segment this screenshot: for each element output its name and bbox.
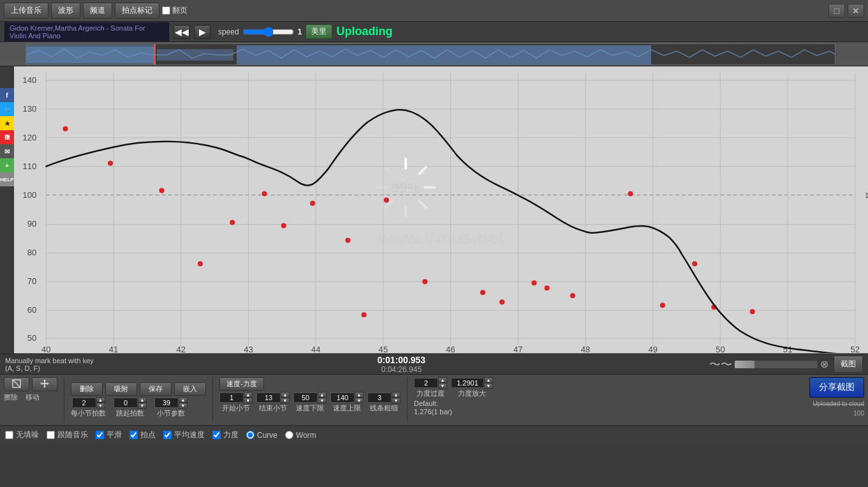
close-button[interactable]: ✕ [848, 4, 864, 18]
progress-bar-mini[interactable] [735, 361, 818, 368]
start-bar-spinner[interactable]: ▲ ▼ [244, 392, 253, 403]
speed-upper-input[interactable]: 140 [330, 393, 355, 403]
svg-text:120: 120 [22, 133, 36, 142]
beat-thresh-input[interactable]: 0 [114, 398, 138, 408]
follow-music-checkbox[interactable] [47, 431, 55, 439]
beat-point-option[interactable]: 拍点 [129, 430, 156, 440]
avg-speed-checkbox[interactable] [163, 431, 172, 439]
avg-speed-option[interactable]: 平均速度 [163, 430, 205, 440]
beat-thresh-down[interactable]: ▼ [138, 403, 147, 408]
beat-thresh-label: 跳起拍数 [116, 408, 144, 418]
video-button[interactable]: 频道 [83, 3, 112, 19]
screenshot-button[interactable]: 截图 [834, 356, 863, 373]
force-checkbox[interactable] [212, 431, 221, 439]
worm-option[interactable]: Worm [285, 431, 316, 440]
svg-point-51 [63, 126, 68, 131]
beat-point-checkbox[interactable] [129, 431, 138, 439]
end-bar-spinner[interactable]: ▲ ▼ [281, 392, 290, 403]
force-mag-up[interactable]: ▲ [484, 377, 493, 383]
mail-icon[interactable]: ✉ [0, 144, 14, 158]
bar-param-spinner[interactable]: ▲ ▼ [179, 397, 188, 408]
beat-mark-button[interactable]: 拍点标记 [115, 3, 159, 19]
bar-param-control: 39 ▲ ▼ 小节参数 [154, 397, 188, 418]
start-bar-input[interactable]: 1 [219, 393, 244, 403]
bar-param-up[interactable]: ▲ [179, 397, 188, 403]
facebook-icon[interactable]: f [0, 88, 14, 102]
min-beats-input[interactable]: 2 [72, 398, 96, 408]
waveform-button[interactable]: 波形 [51, 3, 80, 19]
force-mag-input[interactable]: 1.2901 [451, 378, 484, 388]
save-button[interactable]: 保存 [140, 382, 172, 396]
waveform-inner[interactable] [26, 43, 835, 65]
end-bar-down[interactable]: ▼ [281, 398, 290, 403]
force-mag-down[interactable]: ▼ [484, 383, 493, 389]
maximize-button[interactable]: □ [828, 4, 845, 18]
upload-music-button[interactable]: 上传音乐 [4, 3, 48, 19]
weibo-icon[interactable]: 微 [0, 130, 14, 144]
speed-lower-spinner[interactable]: ▲ ▼ [318, 392, 327, 403]
flip-checkbox[interactable] [162, 6, 170, 15]
speed-lower-down[interactable]: ▼ [318, 398, 327, 403]
end-bar-input[interactable]: 13 [256, 393, 281, 403]
help-icon[interactable]: HELP [0, 172, 14, 186]
waveform-area[interactable] [0, 42, 868, 66]
line-width-up[interactable]: ▲ [392, 392, 401, 398]
curve-radio[interactable] [246, 431, 254, 439]
share-screenshot-button[interactable]: 分享截图 [809, 377, 864, 398]
smooth-option[interactable]: 平滑 [96, 430, 122, 440]
move-button[interactable] [32, 377, 57, 391]
speed-force-button[interactable]: 速度-力度 [219, 377, 264, 391]
chart-container[interactable]: www.Vmus.net [14, 66, 868, 354]
delete-button[interactable]: 删除 [71, 382, 103, 396]
prev-button[interactable]: ◀◀ [173, 25, 190, 39]
svg-marker-89 [47, 382, 49, 385]
embed-button[interactable]: 嵌入 [174, 382, 206, 396]
speed-lower-up[interactable]: ▲ [318, 392, 327, 398]
force-path-up[interactable]: ▲ [438, 377, 447, 383]
force-path-input[interactable]: 2 [414, 378, 438, 388]
start-bar-down[interactable]: ▼ [244, 398, 253, 403]
flip-checkbox-label[interactable]: 翻页 [162, 5, 188, 16]
min-beats-down[interactable]: ▼ [96, 403, 105, 408]
speed-upper-up[interactable]: ▲ [355, 392, 364, 398]
no-silence-option[interactable]: 无填噪 [5, 430, 39, 440]
plus-icon[interactable]: + [0, 158, 14, 172]
speed-upper-down[interactable]: ▼ [355, 398, 364, 403]
line-width-spinner[interactable]: ▲ ▼ [392, 392, 401, 403]
right-panel: 分享截图 Uploaded to cloud 100 [809, 377, 864, 423]
waveform-mini[interactable]: 〜〜 ⊗ [709, 357, 828, 372]
chart-svg[interactable]: 140 130 120 110 100 90 80 70 60 50 40 41… [14, 66, 868, 353]
force-path-spinner[interactable]: ▲ ▼ [438, 377, 447, 389]
force-path-down[interactable]: ▼ [438, 383, 447, 389]
loop-button[interactable]: 美里 [305, 24, 332, 39]
beat-thresh-spinner[interactable]: ▲ ▼ [138, 397, 147, 408]
bar-param-input[interactable]: 39 [154, 398, 179, 408]
speed-slider[interactable] [243, 27, 294, 37]
min-beats-spinner[interactable]: ▲ ▼ [96, 397, 105, 408]
follow-music-option[interactable]: 跟随音乐 [47, 430, 88, 440]
svg-text:42: 42 [176, 345, 186, 353]
no-silence-checkbox[interactable] [5, 431, 13, 439]
twitter-icon[interactable]: 🐦 [0, 102, 14, 116]
erase-button[interactable] [4, 377, 29, 391]
end-bar-up[interactable]: ▲ [281, 392, 290, 398]
play-button[interactable]: ▶ [194, 25, 210, 39]
star-icon[interactable]: ★ [0, 116, 14, 130]
svg-text:80: 80 [27, 248, 37, 257]
attach-button[interactable]: 吸附 [105, 382, 137, 396]
start-bar-up[interactable]: ▲ [244, 392, 253, 398]
worm-radio[interactable] [285, 431, 293, 439]
force-option[interactable]: 力度 [212, 430, 239, 440]
beat-thresh-up[interactable]: ▲ [138, 397, 147, 403]
svg-point-53 [159, 188, 165, 193]
line-width-down[interactable]: ▼ [392, 398, 401, 403]
svg-point-63 [480, 290, 485, 295]
curve-option[interactable]: Curve [246, 431, 277, 440]
smooth-checkbox[interactable] [96, 431, 104, 439]
speed-upper-spinner[interactable]: ▲ ▼ [355, 392, 364, 403]
force-mag-spinner[interactable]: ▲ ▼ [484, 377, 493, 389]
min-beats-up[interactable]: ▲ [96, 397, 105, 403]
bar-param-down[interactable]: ▼ [179, 403, 188, 408]
speed-lower-input[interactable]: 50 [293, 393, 318, 403]
line-width-input[interactable]: 3 [367, 393, 392, 403]
